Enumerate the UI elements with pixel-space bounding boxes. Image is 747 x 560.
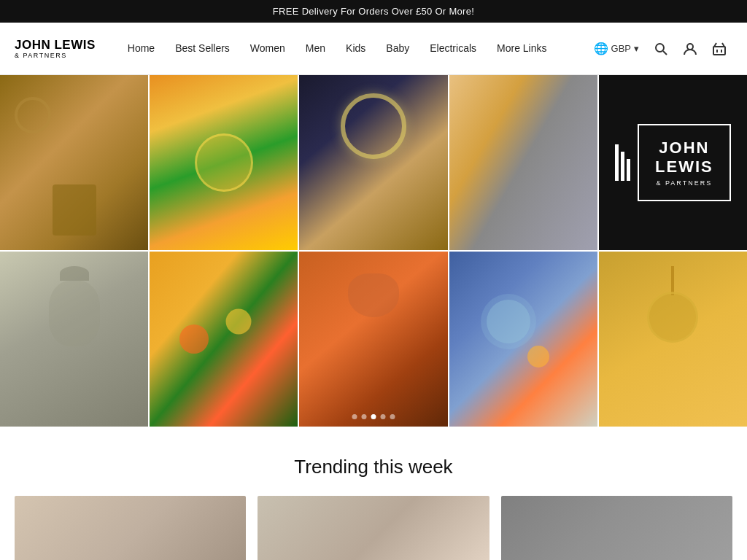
basket-icon <box>712 42 727 56</box>
svg-line-1 <box>663 51 667 55</box>
trending-grid <box>15 496 732 560</box>
currency-selector[interactable]: 🌐 GBP ▾ <box>588 37 645 60</box>
gallery: JOHNLEWIS & PARTNERS <box>0 75 747 427</box>
nav-item-best-sellers[interactable]: Best Sellers <box>165 23 240 75</box>
gallery-cell-2[interactable] <box>150 75 298 250</box>
gallery-cell-9[interactable] <box>449 252 597 427</box>
search-icon <box>654 42 668 56</box>
main-nav: Home Best Sellers Women Men Kids Baby El… <box>117 23 588 75</box>
gallery-cell-1[interactable] <box>0 75 148 250</box>
trending-section: Trending this week <box>0 427 747 560</box>
carousel-dot[interactable] <box>390 414 395 419</box>
header: JOHN LEWIS & PARTNERS Home Best Sellers … <box>0 23 747 75</box>
search-button[interactable] <box>648 36 674 62</box>
trending-title: Trending this week <box>15 456 732 478</box>
nav-item-women[interactable]: Women <box>240 23 295 75</box>
header-actions: 🌐 GBP ▾ <box>588 36 732 62</box>
carousel-dot[interactable] <box>380 414 385 419</box>
svg-rect-3 <box>713 47 725 55</box>
gallery-cell-3[interactable] <box>299 75 447 250</box>
basket-button[interactable] <box>706 36 732 62</box>
nav-item-men[interactable]: Men <box>295 23 336 75</box>
carousel-dots <box>352 414 395 419</box>
carousel-dot[interactable] <box>352 414 357 419</box>
account-button[interactable] <box>677 36 703 62</box>
gallery-cell-5-logo[interactable]: JOHNLEWIS & PARTNERS <box>599 75 747 250</box>
logo-main-text: JOHN LEWIS <box>15 39 96 51</box>
nav-item-baby[interactable]: Baby <box>376 23 419 75</box>
trending-card-2[interactable] <box>258 496 489 560</box>
user-icon <box>683 42 697 56</box>
jl-logo-title: JOHNLEWIS <box>655 139 713 177</box>
jl-logo-subtitle: & PARTNERS <box>655 179 713 187</box>
trending-card-3[interactable] <box>501 496 732 560</box>
svg-point-0 <box>656 44 664 52</box>
nav-item-more-links[interactable]: More Links <box>487 23 557 75</box>
logo-sub-text: & PARTNERS <box>15 52 96 59</box>
announcement-bar: FREE Delivery For Orders Over £50 Or Mor… <box>0 0 747 23</box>
svg-point-2 <box>687 44 693 50</box>
carousel-dot-active[interactable] <box>371 414 376 419</box>
trending-card-1[interactable] <box>15 496 246 560</box>
gallery-cell-8[interactable] <box>299 252 447 427</box>
chevron-down-icon: ▾ <box>634 43 639 54</box>
announcement-text: FREE Delivery For Orders Over £50 Or Mor… <box>273 6 474 17</box>
nav-item-kids[interactable]: Kids <box>336 23 376 75</box>
currency-label: GBP <box>611 43 631 54</box>
gallery-cell-7[interactable] <box>150 252 298 427</box>
gallery-cell-4[interactable] <box>449 75 597 250</box>
globe-icon: 🌐 <box>594 42 608 55</box>
nav-item-electricals[interactable]: Electricals <box>419 23 487 75</box>
logo[interactable]: JOHN LEWIS & PARTNERS <box>15 39 96 59</box>
nav-item-home[interactable]: Home <box>117 23 165 75</box>
carousel-dot[interactable] <box>361 414 366 419</box>
gallery-cell-6[interactable] <box>0 252 148 427</box>
gallery-cell-10[interactable] <box>599 252 747 427</box>
